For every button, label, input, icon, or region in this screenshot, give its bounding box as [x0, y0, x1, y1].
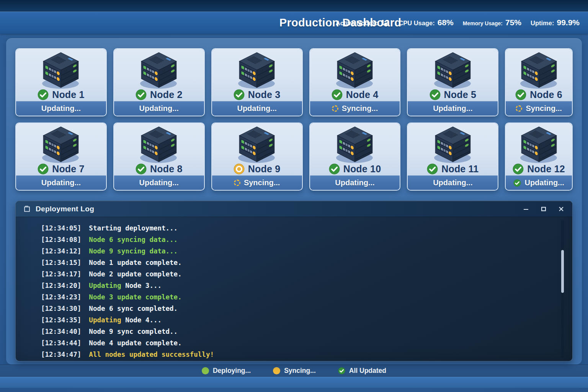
legend-icon	[273, 367, 280, 374]
node-name-row: Node 2	[136, 89, 183, 100]
server-icon	[134, 125, 183, 165]
log-timestamp: [12:34:05]	[41, 222, 81, 234]
log-timestamp: [12:34:30]	[41, 303, 81, 314]
node-card-body: Node 3	[212, 49, 302, 101]
top-strip	[0, 0, 588, 11]
stat-label: Memory Usage:	[463, 20, 503, 26]
node-status-text: Updating...	[433, 104, 472, 113]
node-card[interactable]: Node 2 Updating...	[113, 48, 205, 116]
node-status-bar: Updating...	[114, 175, 204, 190]
bottom-strip	[0, 377, 588, 388]
log-line: [12:34:35] Updating Node 4...	[41, 314, 549, 326]
log-segment: Node 6 syncing data...	[89, 236, 178, 243]
log-message: Node 4 update complete.	[89, 337, 181, 349]
node-name: Node 8	[150, 163, 183, 175]
node-status-badge-icon	[38, 89, 49, 100]
server-icon	[428, 125, 477, 165]
node-name: Node 11	[441, 163, 479, 175]
close-button[interactable]	[558, 206, 565, 212]
log-segment: Node 6 sync completed.	[89, 305, 178, 312]
node-status-text: Updating...	[139, 104, 179, 113]
header-stat: Uptime: 99.9%	[531, 18, 580, 27]
node-name-row: Node 11	[427, 163, 479, 175]
log-timestamp: [12:34:15]	[41, 257, 81, 268]
node-name: Node 7	[52, 163, 85, 175]
node-grid: Node 1 Updating... Node 2	[15, 48, 573, 191]
log-message: Node 2 update complete.	[89, 268, 181, 280]
node-name: Node 6	[530, 89, 562, 100]
node-card[interactable]: Node 3 Updating...	[211, 48, 303, 116]
node-status-badge-icon	[38, 163, 49, 175]
server-icon	[232, 51, 281, 91]
node-card[interactable]: Node 4 Syncing...	[309, 48, 401, 116]
node-card[interactable]: Node 5 Updating...	[407, 48, 498, 116]
node-status-text: Updating...	[237, 104, 276, 113]
server-icon	[428, 51, 477, 91]
log-line: [12:34:15] Node 1 update complete.	[41, 257, 549, 268]
server-icon	[514, 51, 564, 91]
legend-item: Deploying...	[202, 367, 251, 375]
server-icon	[330, 125, 379, 165]
node-card[interactable]: Node 7 Updating...	[15, 122, 107, 191]
log-title: Deployment Log	[36, 205, 94, 213]
node-card[interactable]: Node 11 Updating...	[407, 122, 498, 191]
node-name-row: Node 7	[38, 163, 85, 175]
node-name-row: Node 10	[329, 163, 381, 175]
node-status-badge-icon	[136, 163, 147, 175]
minimize-button[interactable]	[523, 206, 529, 212]
node-card-body: Node 7	[16, 123, 106, 175]
node-card-body: Node 9	[212, 123, 302, 175]
legend-icon	[338, 367, 345, 374]
node-name-row: Node 6	[515, 89, 562, 100]
window-controls	[523, 206, 565, 212]
log-timestamp: [12:34:23]	[41, 291, 81, 303]
node-name: Node 1	[52, 89, 85, 100]
maximize-button[interactable]	[540, 206, 547, 212]
legend-item: Syncing...	[273, 367, 316, 375]
node-card[interactable]: Node 8 Updating...	[113, 122, 205, 191]
log-segment: Node 1 update complete.	[89, 259, 181, 266]
log-timestamp: [12:34:35]	[41, 314, 81, 326]
header-bar: Production Dashboard Active Nodes: 12 CP…	[0, 11, 588, 34]
node-card-body: Node 11	[408, 123, 498, 175]
log-timestamp: [12:34:40]	[41, 326, 81, 337]
sync-spinner-icon	[516, 105, 522, 112]
node-card[interactable]: Node 12 Updating...	[505, 122, 573, 191]
log-line: [12:34:40] Node 9 sync completd..	[41, 326, 549, 337]
log-message: Node 9 sync completd..	[89, 326, 178, 337]
node-status-text: Updating...	[524, 178, 564, 187]
check-icon	[513, 179, 521, 187]
node-status-text: Syncing...	[526, 104, 562, 113]
header-stats: Active Nodes: 12 CPU Usage: 68% Memory U…	[336, 18, 580, 27]
node-name: Node 3	[248, 89, 281, 100]
sync-spinner-icon	[332, 105, 338, 112]
node-name-row: Node 5	[430, 89, 477, 100]
log-segment: Node 9 syncing data...	[89, 247, 178, 255]
log-timestamp: [12:34:08]	[41, 234, 81, 245]
log-line: [12:34:44] Node 4 update complete.	[41, 337, 549, 349]
log-line: [12:34:12] Node 9 syncing data...	[41, 245, 549, 257]
node-card[interactable]: Node 1 Updating...	[15, 48, 107, 116]
node-status-bar: Updating...	[212, 101, 302, 116]
node-name-row: Node 1	[38, 89, 85, 100]
node-status-bar: Syncing...	[506, 101, 572, 116]
scrollbar-thumb[interactable]	[561, 250, 564, 293]
node-card[interactable]: Node 6 Syncing...	[505, 48, 573, 116]
log-segment: Starting deployment...	[89, 224, 178, 232]
sync-spinner-icon	[234, 180, 240, 186]
server-icon	[330, 51, 379, 91]
node-status-badge-icon	[332, 89, 343, 100]
log-line: [12:34:17] Node 2 update complete.	[41, 268, 549, 280]
node-card[interactable]: Node 10 Updating...	[309, 122, 401, 191]
log-message: Node 1 update complete.	[89, 257, 181, 268]
node-name: Node 10	[343, 163, 381, 175]
header-stat: Active Nodes: 12	[336, 18, 389, 27]
log-segment: Updating	[89, 316, 121, 324]
node-card[interactable]: Node 9 Syncing...	[211, 122, 303, 191]
node-status-bar: Updating...	[408, 175, 498, 190]
status-legend: Deploying... Syncing... All Updated	[0, 364, 588, 377]
node-status-badge-icon	[234, 89, 245, 100]
node-name: Node 5	[444, 89, 477, 100]
log-body[interactable]: [12:34:05] Starting deployment... [12:34…	[16, 217, 572, 361]
node-status-badge-icon	[427, 163, 438, 175]
